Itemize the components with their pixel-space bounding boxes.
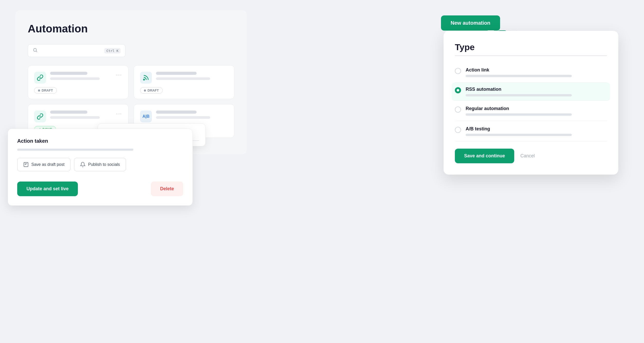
save-draft-button[interactable]: Save as draft post: [17, 158, 70, 171]
svg-line-1: [36, 51, 37, 52]
modal-title: Type: [455, 42, 607, 52]
type-option-ab[interactable]: A/B testing: [455, 121, 607, 141]
type-desc-regular: [466, 113, 572, 116]
save-draft-label: Save as draft post: [31, 162, 65, 167]
update-set-live-button[interactable]: Update and set live: [17, 182, 78, 196]
type-info-rss: RSS automation: [466, 87, 607, 96]
radio-rss-automation[interactable]: [455, 87, 461, 93]
type-desc-rss: [466, 94, 572, 96]
publish-socials-icon: [80, 162, 86, 167]
new-automation-button[interactable]: New automation: [441, 15, 500, 31]
action-card-line: [17, 149, 133, 151]
type-option-rss[interactable]: RSS automation: [452, 83, 610, 101]
card-icon-rss: [140, 72, 152, 84]
search-icon: [33, 48, 38, 54]
type-info-ab: A/B testing: [466, 126, 607, 136]
type-name-action-link: Action link: [466, 67, 607, 73]
svg-point-0: [33, 48, 36, 51]
card-icon-link-3: [34, 111, 46, 122]
card-menu-1[interactable]: ···: [116, 72, 122, 78]
automation-card-2[interactable]: DRAFT: [134, 65, 234, 99]
type-info-action-link: Action link: [466, 67, 607, 77]
card-menu-3[interactable]: ···: [116, 111, 122, 116]
modal-divider: [455, 55, 607, 56]
type-modal: Type Action link RSS automation Regular …: [444, 31, 618, 175]
badge-dot-1: [38, 89, 40, 92]
action-footer: Update and set live Delete: [17, 182, 183, 196]
action-buttons-row: Save as draft post Publish to socials: [17, 158, 183, 171]
save-draft-icon: [23, 162, 29, 167]
type-desc-action-link: [466, 75, 572, 77]
card-icon-ab: A|B: [140, 111, 152, 122]
save-continue-button[interactable]: Save and continue: [455, 149, 514, 163]
radio-action-link[interactable]: [455, 68, 461, 74]
svg-point-2: [143, 79, 144, 80]
publish-socials-label: Publish to socials: [88, 162, 120, 167]
card-badge-2: DRAFT: [140, 87, 163, 94]
modal-footer: Save and continue Cancel: [455, 149, 607, 163]
type-name-rss: RSS automation: [466, 87, 607, 92]
radio-ab-testing[interactable]: [455, 127, 461, 133]
action-card-title: Action taken: [17, 138, 183, 144]
type-desc-ab: [466, 134, 572, 136]
delete-button[interactable]: Delete: [151, 182, 183, 196]
type-name-regular: Regular automation: [466, 106, 607, 111]
publish-socials-button[interactable]: Publish to socials: [74, 158, 126, 171]
cancel-button[interactable]: Cancel: [520, 153, 535, 159]
automation-card-1[interactable]: ··· DRAFT: [28, 65, 128, 99]
search-bar[interactable]: Ctrl K: [28, 44, 125, 57]
badge-dot-2: [144, 89, 146, 92]
type-option-action-link[interactable]: Action link: [455, 62, 607, 83]
type-option-regular[interactable]: Regular automation: [455, 101, 607, 121]
card-icon-link: [34, 72, 46, 84]
type-name-ab: A/B testing: [466, 126, 607, 132]
radio-regular-automation[interactable]: [455, 106, 461, 113]
type-info-regular: Regular automation: [466, 106, 607, 116]
card-badge-1: DRAFT: [34, 87, 57, 94]
action-card: Action taken Save as draft post Publish …: [8, 129, 193, 206]
page-title: Automation: [28, 23, 234, 35]
search-shortcut: Ctrl K: [104, 48, 121, 53]
